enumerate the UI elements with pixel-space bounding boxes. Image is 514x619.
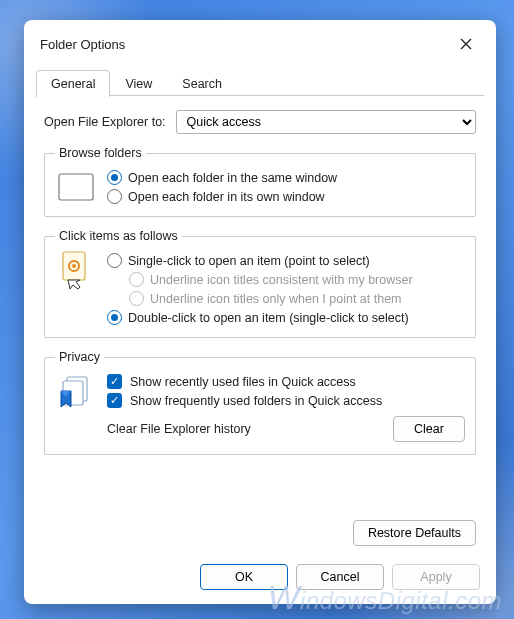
clear-history-label: Clear File Explorer history xyxy=(107,422,381,436)
privacy-legend: Privacy xyxy=(55,350,104,364)
radio-label: Open each folder in its own window xyxy=(128,190,325,204)
restore-row: Restore Defaults xyxy=(24,520,496,554)
tab-view[interactable]: View xyxy=(110,70,167,96)
checkbox-icon: ✓ xyxy=(107,393,122,408)
clear-button[interactable]: Clear xyxy=(393,416,465,442)
radio-label: Underline icon titles only when I point … xyxy=(150,292,402,306)
checkbox-icon: ✓ xyxy=(107,374,122,389)
titlebar: Folder Options xyxy=(24,20,496,64)
cancel-button[interactable]: Cancel xyxy=(296,564,384,590)
open-explorer-label: Open File Explorer to: xyxy=(44,115,166,129)
radio-same-window[interactable]: Open each folder in the same window xyxy=(107,168,465,187)
browse-folders-icon xyxy=(55,170,97,204)
tab-bar: General View Search xyxy=(24,64,496,96)
check-label: Show recently used files in Quick access xyxy=(130,375,356,389)
close-button[interactable] xyxy=(450,30,482,58)
radio-icon xyxy=(107,253,122,268)
folder-options-dialog: Folder Options General View Search Open … xyxy=(24,20,496,604)
apply-button: Apply xyxy=(392,564,480,590)
check-frequent-folders[interactable]: ✓ Show frequently used folders in Quick … xyxy=(107,391,465,410)
svg-rect-0 xyxy=(59,174,93,200)
restore-defaults-button[interactable]: Restore Defaults xyxy=(353,520,476,546)
svg-point-3 xyxy=(72,264,76,268)
open-explorer-select[interactable]: Quick access xyxy=(176,110,476,134)
click-items-group: Click items as follows Single-click to o… xyxy=(44,229,476,338)
radio-underline-browser: Underline icon titles consistent with my… xyxy=(107,270,465,289)
window-title: Folder Options xyxy=(40,37,125,52)
clear-history-row: Clear File Explorer history Clear xyxy=(107,410,465,444)
radio-single-click[interactable]: Single-click to open an item (point to s… xyxy=(107,251,465,270)
privacy-group: Privacy ✓ Show recently used files in Qu… xyxy=(44,350,476,455)
tab-general[interactable]: General xyxy=(36,70,110,97)
click-items-legend: Click items as follows xyxy=(55,229,182,243)
radio-icon xyxy=(107,170,122,185)
browse-folders-legend: Browse folders xyxy=(55,146,146,160)
radio-double-click[interactable]: Double-click to open an item (single-cli… xyxy=(107,308,465,327)
tab-search[interactable]: Search xyxy=(167,70,237,96)
radio-icon xyxy=(107,310,122,325)
radio-label: Underline icon titles consistent with my… xyxy=(150,273,413,287)
check-recent-files[interactable]: ✓ Show recently used files in Quick acce… xyxy=(107,372,465,391)
dialog-footer: OK Cancel Apply xyxy=(24,554,496,604)
click-items-icon xyxy=(55,253,97,287)
open-explorer-row: Open File Explorer to: Quick access xyxy=(44,110,476,134)
radio-icon xyxy=(107,189,122,204)
check-label: Show frequently used folders in Quick ac… xyxy=(130,394,382,408)
radio-label: Double-click to open an item (single-cli… xyxy=(128,311,409,325)
privacy-icon xyxy=(55,374,97,414)
ok-button[interactable]: OK xyxy=(200,564,288,590)
radio-own-window[interactable]: Open each folder in its own window xyxy=(107,187,465,206)
radio-label: Single-click to open an item (point to s… xyxy=(128,254,370,268)
radio-label: Open each folder in the same window xyxy=(128,171,337,185)
tab-content: Open File Explorer to: Quick access Brow… xyxy=(24,96,496,520)
radio-underline-point: Underline icon titles only when I point … xyxy=(107,289,465,308)
close-icon xyxy=(460,38,472,50)
radio-icon xyxy=(129,272,144,287)
radio-icon xyxy=(129,291,144,306)
browse-folders-group: Browse folders Open each folder in the s… xyxy=(44,146,476,217)
